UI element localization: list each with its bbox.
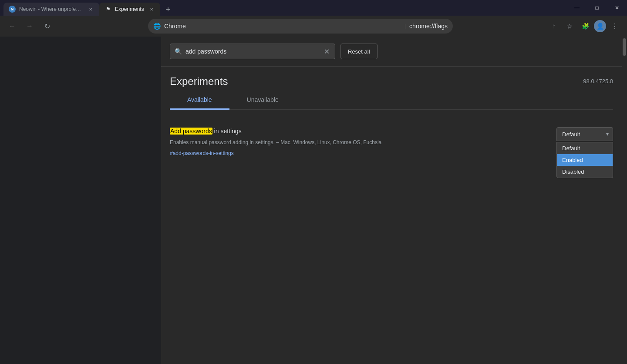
bookmark-button[interactable]: ☆: [563, 19, 576, 33]
back-button[interactable]: ←: [5, 19, 19, 33]
tab-experiments[interactable]: ⚑ Experiments ✕: [99, 3, 160, 16]
dropdown-trigger[interactable]: Default ▾: [556, 127, 613, 141]
experiments-favicon: ⚑: [104, 6, 111, 13]
toolbar-actions: ↑ ☆ 🧩 👤 ⋮: [547, 19, 622, 33]
new-tab-button[interactable]: +: [162, 3, 174, 16]
dropdown-option-disabled[interactable]: Disabled: [557, 166, 613, 178]
title-bar-controls: — □ ✕: [567, 0, 627, 16]
tab-neowin-close[interactable]: ✕: [87, 6, 94, 13]
neowin-favicon: N: [9, 6, 16, 13]
menu-icon: ⋮: [611, 22, 618, 30]
menu-button[interactable]: ⋮: [608, 19, 622, 33]
tab-experiments-title: Experiments: [115, 6, 145, 12]
scrollbar-track[interactable]: [622, 37, 627, 364]
reload-button[interactable]: ↻: [40, 19, 54, 33]
reload-icon: ↻: [44, 22, 50, 30]
dropdown-chevron-icon: ▾: [606, 131, 609, 137]
search-clear-button[interactable]: ✕: [323, 47, 330, 55]
version-text: 98.0.4725.0: [583, 78, 613, 84]
maximize-button[interactable]: □: [587, 0, 607, 16]
profile-button[interactable]: 👤: [594, 20, 606, 32]
title-bar-left: N Neowin - Where unprofessional... ✕ ⚑ E…: [0, 0, 174, 16]
extensions-icon: 🧩: [582, 23, 589, 30]
toolbar: ← → ↻ 🌐 Chrome | chrome://flags ↑ ☆ 🧩 👤 …: [0, 16, 627, 37]
search-input[interactable]: [185, 48, 319, 55]
share-button[interactable]: ↑: [547, 19, 561, 33]
experiments-header: Experiments 98.0.4725.0: [170, 67, 613, 91]
flag-description: Enables manual password adding in settin…: [170, 138, 548, 146]
flag-title-suffix: in settings: [212, 128, 242, 135]
forward-icon: →: [26, 22, 33, 30]
content-panel: 🔍 ✕ Reset all Experiments 98.0.4725.0 Av…: [161, 37, 622, 364]
omnibar-url: chrome://flags: [409, 23, 448, 30]
flag-item-add-passwords: Add passwords in settings Enables manual…: [170, 120, 613, 164]
experiments-area: Experiments 98.0.4725.0 Available Unavai…: [161, 67, 622, 364]
clear-icon: ✕: [324, 47, 330, 56]
search-wrapper[interactable]: 🔍 ✕: [170, 44, 335, 59]
omnibar[interactable]: 🌐 Chrome | chrome://flags: [148, 19, 453, 34]
dropdown-option-default[interactable]: Default: [557, 142, 613, 154]
forward-button[interactable]: →: [23, 19, 37, 33]
close-button[interactable]: ✕: [607, 0, 627, 16]
sidebar-filler: [0, 37, 161, 364]
tab-strip: N Neowin - Where unprofessional... ✕ ⚑ E…: [0, 0, 174, 16]
flag-dropdown-container: Default Enabled Disabled Default ▾ Defau…: [556, 127, 613, 141]
flag-info: Add passwords in settings Enables manual…: [170, 127, 548, 157]
minimize-icon: —: [574, 5, 580, 11]
tab-bar: Available Unavailable: [170, 91, 613, 110]
close-icon: ✕: [615, 5, 619, 11]
tab-available[interactable]: Available: [170, 91, 229, 110]
extensions-button[interactable]: 🧩: [578, 19, 592, 33]
main-area: 🔍 ✕ Reset all Experiments 98.0.4725.0 Av…: [0, 37, 627, 364]
dropdown-current-value: Default: [562, 131, 580, 138]
scrollbar-thumb[interactable]: [623, 38, 626, 56]
flag-title-highlight: Add passwords: [170, 128, 212, 135]
reset-all-button[interactable]: Reset all: [340, 44, 378, 59]
maximize-icon: □: [595, 5, 598, 11]
flag-anchor[interactable]: #add-passwords-in-settings: [170, 150, 234, 156]
share-icon: ↑: [552, 22, 556, 30]
back-icon: ←: [9, 22, 16, 30]
site-info-icon: 🌐: [153, 23, 161, 30]
tab-neowin[interactable]: N Neowin - Where unprofessional... ✕: [3, 3, 99, 16]
custom-dropdown[interactable]: Default ▾ Default Enabled Disabled: [556, 127, 613, 141]
tab-unavailable[interactable]: Unavailable: [229, 91, 296, 110]
omnibar-divider: |: [405, 23, 406, 29]
tab-neowin-title: Neowin - Where unprofessional...: [19, 6, 84, 12]
tab-experiments-close[interactable]: ✕: [148, 6, 155, 13]
dropdown-options-list: Default Enabled Disabled: [556, 142, 613, 178]
search-bar-area: 🔍 ✕ Reset all: [161, 37, 622, 67]
flag-title: Add passwords in settings: [170, 127, 548, 136]
title-bar: N Neowin - Where unprofessional... ✕ ⚑ E…: [0, 0, 627, 16]
minimize-button[interactable]: —: [567, 0, 587, 16]
search-icon: 🔍: [175, 48, 182, 55]
bookmark-icon: ☆: [566, 22, 573, 30]
dropdown-option-enabled[interactable]: Enabled: [557, 154, 613, 166]
profile-icon: 👤: [597, 23, 604, 30]
experiments-title: Experiments: [170, 75, 228, 88]
omnibar-brand: Chrome: [164, 23, 401, 30]
